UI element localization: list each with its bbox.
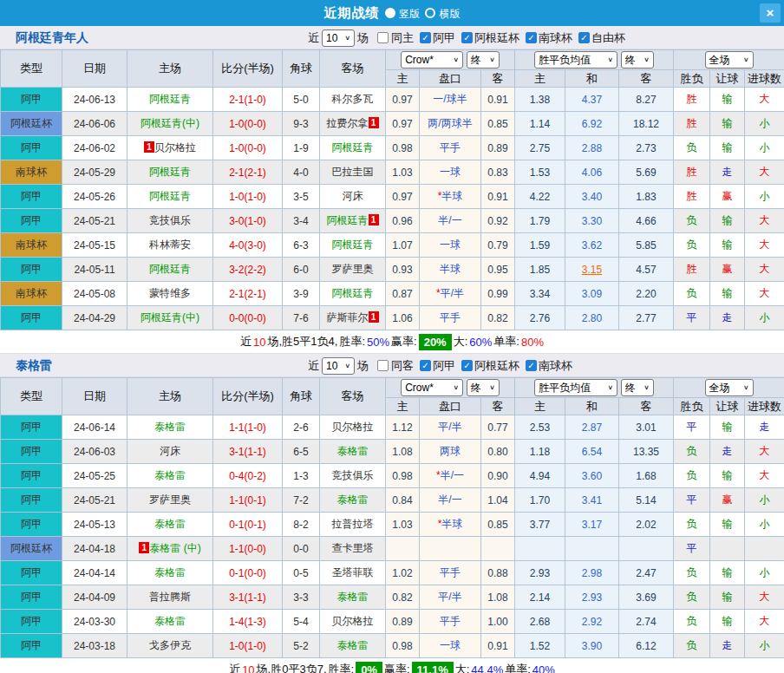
handicap-text: 两球 bbox=[440, 445, 461, 457]
league-checkbox[interactable]: ✓ bbox=[578, 32, 590, 43]
portrait-radio[interactable] bbox=[385, 8, 395, 18]
near-label: 近 bbox=[308, 30, 319, 46]
league-checkbox[interactable]: ✓ bbox=[526, 360, 537, 371]
avg-odds-group-header: 胜平负均值∨ 终∨ bbox=[515, 50, 674, 70]
crown-handicap: *平/半 bbox=[420, 282, 481, 306]
league-checkbox-label[interactable]: 自由杯 bbox=[591, 30, 625, 46]
games-label: 场 bbox=[357, 358, 369, 374]
bookmaker-select[interactable]: Crow*∨ bbox=[401, 379, 463, 396]
sub-column-header: 客 bbox=[619, 398, 674, 415]
title-bar: 近期战绩 竖版 横版 × bbox=[0, 0, 784, 26]
avg-draw-odds: 3.90 bbox=[565, 634, 619, 658]
avg-home-odds: 2.93 bbox=[515, 561, 565, 585]
single-rate-value: 40% bbox=[532, 663, 555, 673]
league-checkbox[interactable]: ✓ bbox=[461, 32, 473, 43]
match-row: 阿甲24-05-11阿根廷青3-2(2-2)6-0罗萨里奥0.93半球0.951… bbox=[1, 258, 784, 282]
corners: 0-0 bbox=[283, 537, 320, 561]
avg-home-odds: 4.94 bbox=[515, 464, 565, 488]
games-count-select[interactable]: 10∨ bbox=[322, 357, 355, 375]
result-group-header: 全场∨ bbox=[674, 378, 784, 398]
league-checkbox[interactable]: ✓ bbox=[420, 360, 431, 371]
match-scope-select[interactable]: 全场∨ bbox=[705, 379, 754, 396]
league-checkbox-label[interactable]: 南球杯 bbox=[539, 358, 572, 374]
league-checkbox[interactable]: ✓ bbox=[420, 32, 431, 43]
crown-away-odds: 1.04 bbox=[481, 488, 515, 513]
sub-column-header: 主 bbox=[515, 70, 565, 88]
crown-handicap: 一球 bbox=[420, 233, 481, 258]
goals-result: 大 bbox=[745, 282, 784, 306]
games-count-select-value: 10 bbox=[326, 360, 337, 372]
league-checkbox[interactable]: ✓ bbox=[461, 360, 473, 371]
match-row: 阿甲24-03-18戈多伊克1-0(1-0)5-2泰格雷0.98一球0.911.… bbox=[1, 634, 784, 658]
corners: 9-3 bbox=[283, 112, 320, 136]
away-team: 巴拉圭国 bbox=[320, 160, 386, 185]
games-count-select[interactable]: 10∨ bbox=[322, 29, 355, 47]
crown-away-odds: 1.00 bbox=[481, 610, 515, 634]
column-header: 客场 bbox=[320, 50, 386, 88]
league-badge: 阿甲 bbox=[1, 634, 62, 658]
avg-odds-select[interactable]: 胜平负均值∨ bbox=[534, 379, 617, 396]
crown-handicap: 平手 bbox=[420, 610, 481, 634]
match-date: 24-04-14 bbox=[62, 561, 127, 585]
bookmaker-select[interactable]: Crow*∨ bbox=[401, 51, 463, 69]
column-header: 类型 bbox=[1, 378, 62, 415]
sections-container: 阿根廷青年人近10∨场同主✓阿甲✓阿根廷杯✓南球杯✓自由杯类型日期主场比分(半场… bbox=[0, 26, 784, 673]
same-venue-checkbox[interactable] bbox=[377, 360, 389, 371]
league-badge: 阿甲 bbox=[1, 136, 62, 160]
odds-stage-select[interactable]: 终∨ bbox=[467, 379, 500, 396]
handicap-result: 输 bbox=[710, 561, 745, 585]
summary-record: 场,胜0平3负7, bbox=[257, 662, 327, 673]
score: 4-0(3-0) bbox=[213, 233, 283, 258]
corners: 8-2 bbox=[283, 513, 320, 537]
match-date: 24-06-03 bbox=[62, 440, 127, 464]
home-team: 1贝尔格拉 bbox=[127, 136, 213, 160]
league-checkbox-label[interactable]: 阿根廷杯 bbox=[474, 358, 519, 374]
avg-away-odds: 3.69 bbox=[619, 585, 674, 610]
handicap-text: 一球 bbox=[440, 166, 461, 178]
team-label: 萨斯菲尔 bbox=[327, 311, 369, 323]
column-header: 日期 bbox=[62, 50, 127, 88]
league-checkbox-label[interactable]: 阿甲 bbox=[433, 30, 455, 46]
league-badge: 阿甲 bbox=[1, 464, 62, 488]
goals-result: 小 bbox=[745, 513, 784, 537]
team-label: 泰格雷 bbox=[337, 493, 369, 506]
team-filter-row: 泰格雷近10∨场同客✓阿甲✓阿根廷杯✓南球杯 bbox=[0, 354, 784, 377]
league-badge: 阿甲 bbox=[1, 209, 62, 233]
crown-home-odds: 0.98 bbox=[386, 136, 420, 160]
goals-result: 大 bbox=[745, 209, 784, 233]
avg-stage-select[interactable]: 终∨ bbox=[621, 51, 654, 69]
crown-away-odds: 0.77 bbox=[481, 415, 515, 440]
team-label: 泰格雷 bbox=[154, 566, 186, 578]
big-rate-label: 大: bbox=[454, 334, 468, 350]
close-icon[interactable]: × bbox=[760, 3, 781, 23]
same-venue-checkbox[interactable] bbox=[377, 32, 389, 43]
match-row: 阿甲24-06-13阿根廷青2-1(1-0)5-0科尔多瓦0.97一/球半0.9… bbox=[1, 88, 784, 112]
league-checkbox-label[interactable]: 阿根廷杯 bbox=[474, 30, 519, 46]
avg-away-odds: 2.20 bbox=[619, 282, 674, 306]
landscape-radio[interactable] bbox=[425, 8, 435, 18]
crown-home-odds: 1.03 bbox=[386, 513, 420, 537]
league-checkbox-label[interactable]: 阿甲 bbox=[433, 358, 455, 374]
team-label: 竞技俱乐 bbox=[149, 214, 191, 226]
handicap-result: 赢 bbox=[710, 258, 745, 282]
league-checkbox[interactable]: ✓ bbox=[526, 32, 537, 43]
match-date: 24-03-30 bbox=[62, 610, 127, 634]
league-badge: 南球杯 bbox=[1, 282, 62, 306]
team-filter-row: 阿根廷青年人近10∨场同主✓阿甲✓阿根廷杯✓南球杯✓自由杯 bbox=[0, 26, 784, 49]
avg-stage-select[interactable]: 终∨ bbox=[621, 379, 654, 396]
portrait-radio-label[interactable]: 竖版 bbox=[399, 8, 420, 20]
avg-odds-select[interactable]: 胜平负均值∨ bbox=[534, 51, 617, 69]
cover-rate-label: 赢率: bbox=[391, 334, 417, 350]
summary-line: 近10场,胜5平1负4, 胜率:50% 赢率:20% 大:60% 单率:80% bbox=[0, 330, 784, 354]
outcome-result: 负 bbox=[674, 464, 710, 488]
odds-stage-select[interactable]: 终∨ bbox=[467, 51, 500, 69]
outcome-result: 负 bbox=[674, 634, 710, 658]
match-scope-select[interactable]: 全场∨ bbox=[705, 51, 754, 69]
avg-away-odds: 6.12 bbox=[619, 634, 674, 658]
home-team: 阿根廷青 bbox=[127, 185, 213, 209]
handicap-result: 走 bbox=[710, 634, 745, 658]
handicap-result: 输 bbox=[710, 209, 745, 233]
landscape-radio-label[interactable]: 横版 bbox=[439, 8, 460, 20]
score: 1-0(1-0) bbox=[213, 634, 283, 658]
league-checkbox-label[interactable]: 南球杯 bbox=[539, 30, 572, 46]
